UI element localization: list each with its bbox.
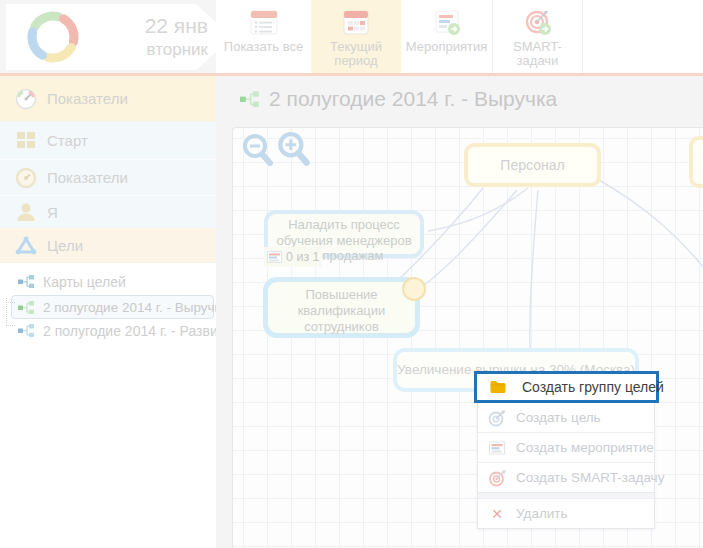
goal-node-qualification[interactable]: Повышение квалификации сотрудников	[263, 277, 420, 338]
tree-item-goal-maps[interactable]: Карты целей	[0, 270, 216, 293]
menu-item-create-goal[interactable]: Создать цель	[478, 402, 654, 432]
goal-map-icon	[240, 91, 260, 107]
sidebar-item-me[interactable]: Я	[0, 196, 216, 228]
toolbar-button-show-all[interactable]: Показать все	[216, 0, 311, 73]
sidebar-item-start[interactable]: Старт	[0, 121, 216, 160]
toolbar-button-label: Показать все	[224, 40, 303, 54]
menu-item-create-event[interactable]: Создать мероприятие	[478, 432, 654, 462]
menu-item-create-goal-group-highlighted[interactable]: Создать группу целей	[474, 371, 659, 403]
smart-target-icon	[488, 469, 506, 487]
menu-item-label: Создать цель	[516, 410, 601, 425]
menu-item-label: Создать группу целей	[522, 379, 664, 395]
app-logo-icon[interactable]	[22, 6, 84, 68]
goal-node-personnel[interactable]: Персонал	[464, 143, 601, 187]
target-dart-icon	[488, 409, 506, 427]
app-window: 22 янв вторник Показать все	[0, 0, 703, 548]
tree-item-label: 2 полугодие 2014 г. - Выручка	[43, 300, 228, 315]
sidebar-item-label: Цели	[47, 237, 83, 254]
page-title: 2 полугодие 2014 г. - Выручка	[240, 87, 557, 111]
toolbar-button-events[interactable]: Мероприятия	[401, 0, 493, 73]
sidebar-item-indicators-active[interactable]: Показатели	[0, 76, 216, 121]
toolbar-button-label: SMART-задачи	[493, 40, 582, 68]
node-status-dot[interactable]	[402, 277, 426, 301]
event-list-icon	[267, 251, 282, 263]
date-weekday: вторник	[104, 39, 208, 61]
toolbar-button-label: Текущий период	[311, 40, 401, 68]
page-title-text: 2 полугодие 2014 г. - Выручка	[269, 87, 557, 111]
menu-item-label: Удалить	[516, 506, 568, 521]
sidebar: Показатели Старт Показатели Я	[0, 76, 216, 548]
menu-item-label: Создать SMART-задачу	[516, 470, 664, 485]
show-all-window-icon	[248, 9, 280, 37]
header: 22 янв вторник Показать все	[0, 0, 703, 73]
goal-map-icon	[18, 275, 35, 288]
person-icon	[15, 201, 37, 223]
events-icon	[431, 9, 463, 37]
sidebar-item-goals[interactable]: Цели	[0, 228, 216, 263]
gauge-circle-icon	[15, 167, 37, 189]
toolbar: Показать все Текущий период	[216, 0, 703, 73]
tree-item-development[interactable]: 2 полугодие 2014 г. - Развитие	[0, 319, 216, 342]
tree-item-revenue-selected[interactable]: 2 полугодие 2014 г. - Выручка	[11, 295, 214, 319]
zoom-in-icon[interactable]	[276, 131, 312, 169]
smart-target-icon	[522, 9, 554, 37]
date-day: 22 янв	[104, 12, 208, 39]
zoom-out-icon[interactable]	[241, 133, 275, 169]
event-list-icon	[488, 439, 506, 457]
menu-item-delete[interactable]: ✕ Удалить	[478, 498, 654, 528]
toolbar-button-smart-tasks[interactable]: SMART-задачи	[493, 0, 583, 73]
logo-block: 22 янв вторник	[0, 0, 216, 73]
folder-icon	[489, 378, 507, 396]
sidebar-item-indicators[interactable]: Показатели	[0, 160, 216, 196]
sidebar-item-label: Показатели	[47, 90, 128, 107]
progress-badge-text: 0 из 1	[286, 250, 320, 264]
calendar-icon	[340, 9, 372, 37]
goal-map-icon	[18, 301, 35, 314]
tree-item-label: 2 полугодие 2014 г. - Развитие	[43, 323, 240, 339]
goal-maps-tree: Карты целей 2 полугодие 2014 г. - Выручк…	[0, 263, 216, 342]
tree-connector-line	[6, 325, 15, 326]
menu-item-label: Создать мероприятие	[516, 440, 654, 455]
toolbar-button-label: Мероприятия	[406, 40, 488, 54]
menu-item-create-smart-task[interactable]: Создать SMART-задачу	[478, 462, 654, 492]
progress-badge: 0 из 1	[264, 247, 322, 267]
sidebar-item-label: Старт	[47, 132, 88, 149]
tree-connector-line	[6, 302, 15, 303]
sidebar-item-label: Показатели	[47, 169, 128, 186]
goals-network-icon	[15, 235, 37, 257]
goal-node-partial[interactable]	[689, 136, 703, 188]
tree-item-label: Карты целей	[43, 274, 126, 290]
toolbar-button-current-period[interactable]: Текущий период	[311, 0, 401, 73]
current-date: 22 янв вторник	[104, 12, 208, 61]
gauge-icon	[15, 88, 37, 110]
sidebar-item-label: Я	[47, 204, 58, 221]
delete-x-icon: ✕	[488, 506, 506, 522]
goal-map-icon	[18, 324, 35, 337]
grid-icon	[15, 129, 37, 151]
